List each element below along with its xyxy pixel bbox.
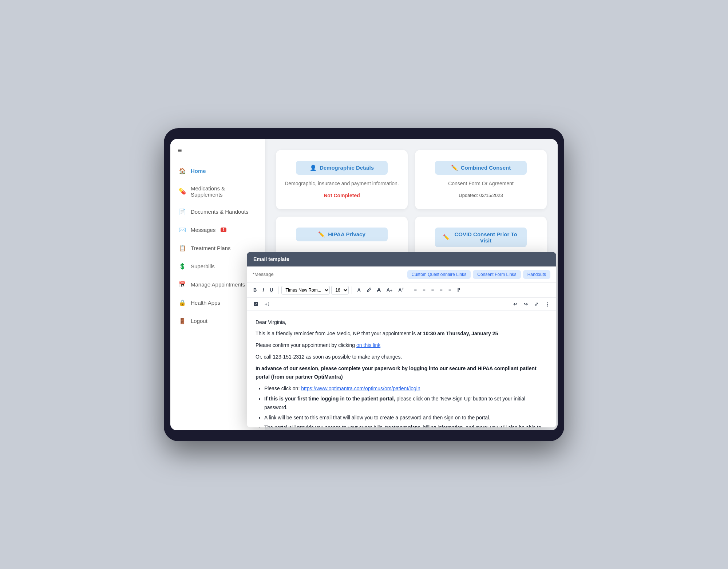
hamburger-icon[interactable]: ≡	[170, 146, 265, 162]
toolbar-divider-2	[352, 287, 352, 294]
modal-tags: Custom Questionnaire Links Consent Form …	[407, 270, 551, 279]
combined-consent-button[interactable]: ✏️ Combined Consent	[435, 161, 526, 175]
insert-image-button[interactable]: 🖼	[251, 300, 260, 308]
card-combined-consent: ✏️ Combined Consent Consent Form Or Agre…	[415, 150, 547, 209]
modal-top-bar: *Message Custom Questionnaire Links Cons…	[247, 266, 556, 283]
superbills-icon: 💲	[178, 262, 186, 270]
align-left-button[interactable]: ≡	[412, 286, 419, 294]
hipaa-button[interactable]: ✏️ HIPAA Privacy	[296, 228, 387, 241]
card-demographic: 👤 Demographic Details Demographic, insur…	[276, 150, 408, 209]
sidebar-label-medications: Medications & Supplements	[191, 185, 257, 198]
highlight-button[interactable]: 🖊	[364, 286, 373, 294]
redo-button[interactable]: ↪	[522, 300, 530, 308]
toolbar-divider-1	[278, 287, 278, 294]
combined-consent-updated: Updated: 02/15/2023	[459, 193, 503, 198]
portal-link[interactable]: https://www.optimantra.com/optimus/om/pa…	[301, 386, 420, 391]
indent-button[interactable]: ⁋	[455, 286, 462, 294]
appointments-icon: 📅	[178, 281, 186, 289]
covid-button[interactable]: ✏️ COVID Consent Prior To Visit	[435, 228, 526, 247]
toolbar-row2-right: ↩ ↪ ⤢ ⋮	[511, 300, 552, 308]
demographic-btn-icon: 👤	[310, 165, 317, 171]
align-right-button[interactable]: ≡	[429, 286, 436, 294]
italic-button[interactable]: I	[260, 286, 266, 294]
messages-badge: 1	[221, 228, 226, 232]
modal-body: *Message Custom Questionnaire Links Cons…	[247, 266, 556, 427]
treatment-icon: 📋	[178, 244, 186, 252]
font-color-button[interactable]: A	[355, 286, 363, 294]
modal-title: Email template	[253, 256, 289, 262]
demographic-status: Not Completed	[324, 193, 360, 198]
bullet-2: If this is your first time logging in to…	[264, 395, 547, 412]
email-bullets: Please click on: https://www.optimantra.…	[264, 384, 547, 427]
sidebar-label-documents: Documents & Handouts	[191, 209, 248, 215]
email-confirm: Please confirm your appointment by click…	[256, 341, 547, 350]
combined-consent-btn-label: Combined Consent	[461, 165, 511, 171]
handouts-tag[interactable]: Handouts	[523, 270, 550, 279]
font-size-select[interactable]: 16	[331, 286, 349, 295]
bullet-4: The portal will provide you access to yo…	[264, 423, 547, 427]
sidebar-label-appointments: Manage Appointments	[191, 281, 245, 288]
editor-toolbar-row2: 🖼 +⁝ ↩ ↪ ⤢ ⋮	[247, 298, 556, 311]
message-label: *Message	[253, 272, 274, 277]
logout-icon: 🚪	[178, 317, 186, 325]
list-unordered-button[interactable]: ≡	[446, 286, 454, 294]
more-options-button[interactable]: ⋮	[543, 300, 552, 308]
sidebar-item-home[interactable]: 🏠 Home	[170, 162, 265, 180]
demographic-btn-label: Demographic Details	[320, 165, 374, 171]
toolbar-divider-3	[409, 287, 409, 294]
sidebar-label-messages: Messages	[191, 227, 215, 233]
email-advance: In advance of our session, please comple…	[256, 364, 547, 382]
sidebar-label-treatment: Treatment Plans	[191, 245, 231, 251]
documents-icon: 📄	[178, 208, 186, 216]
subscript-button[interactable]: A₊	[384, 286, 395, 294]
consent-form-links-tag[interactable]: Consent Form Links	[473, 270, 521, 279]
underline-button[interactable]: U	[268, 286, 275, 294]
modal-header: Email template	[247, 252, 556, 266]
editor-toolbar-row1: B I U Times New Rom... 16 A 🖊 A̶ A₊ Aᵀ	[247, 283, 556, 298]
sidebar-item-medications[interactable]: 💊 Medications & Supplements	[170, 180, 265, 203]
undo-button[interactable]: ↩	[511, 300, 519, 308]
appointment-time: 10:30 am Thursday, January 25	[423, 331, 498, 336]
editor-content[interactable]: Dear Virginia, This is a friendly remind…	[247, 311, 556, 427]
toolbar-row2-left: 🖼 +⁝	[251, 300, 271, 308]
combined-consent-description: Consent Form Or Agreement	[448, 180, 514, 187]
cards-grid: 👤 Demographic Details Demographic, insur…	[276, 150, 547, 258]
insert-more-button[interactable]: +⁝	[262, 300, 271, 308]
covid-btn-icon: ✏️	[443, 234, 450, 241]
align-center-button[interactable]: ≡	[420, 286, 428, 294]
tablet-frame: ≡ 🏠 Home 💊 Medications & Supplements 📄 D…	[164, 128, 564, 441]
sidebar-item-messages[interactable]: ✉️ Messages 1	[170, 221, 265, 239]
sidebar-item-documents[interactable]: 📄 Documents & Handouts	[170, 203, 265, 221]
email-greeting: Dear Virginia,	[256, 318, 547, 327]
confirm-link[interactable]: on this link	[356, 342, 380, 348]
sidebar-label-home: Home	[191, 168, 206, 174]
email-reminder: This is a friendly reminder from Joe Med…	[256, 329, 547, 338]
home-icon: 🏠	[178, 167, 186, 175]
list-ordered-button[interactable]: ≡	[438, 286, 445, 294]
messages-icon: ✉️	[178, 226, 186, 234]
covid-btn-label: COVID Consent Prior To Visit	[453, 231, 518, 244]
combined-consent-btn-icon: ✏️	[451, 165, 458, 171]
demographic-description: Demographic, insurance and payment infor…	[285, 180, 399, 187]
sidebar-label-superbills: Superbills	[191, 263, 215, 269]
bullet-1: Please click on: https://www.optimantra.…	[264, 384, 547, 393]
sidebar-label-logout: Logout	[191, 318, 207, 324]
bold-button[interactable]: B	[251, 286, 259, 294]
email-template-modal: Email template *Message Custom Questionn…	[247, 252, 556, 427]
bullet-3: A link will be sent to this email that w…	[264, 414, 547, 422]
medications-icon: 💊	[178, 187, 186, 195]
font-family-select[interactable]: Times New Rom...	[281, 286, 330, 295]
health-icon: 🔒	[178, 299, 186, 307]
demographic-button[interactable]: 👤 Demographic Details	[296, 161, 387, 175]
sidebar-label-health: Health Apps	[191, 300, 220, 306]
hipaa-btn-icon: ✏️	[318, 231, 325, 238]
email-call: Or, call 123-151-2312 as soon as possibl…	[256, 353, 547, 361]
superscript-button[interactable]: Aᵀ	[396, 286, 405, 294]
hipaa-btn-label: HIPAA Privacy	[328, 231, 365, 237]
questionnaire-links-tag[interactable]: Custom Questionnaire Links	[407, 270, 471, 279]
fullscreen-button[interactable]: ⤢	[532, 300, 541, 308]
tablet-screen: ≡ 🏠 Home 💊 Medications & Supplements 📄 D…	[170, 139, 558, 430]
strikethrough-button[interactable]: A̶	[375, 286, 383, 294]
